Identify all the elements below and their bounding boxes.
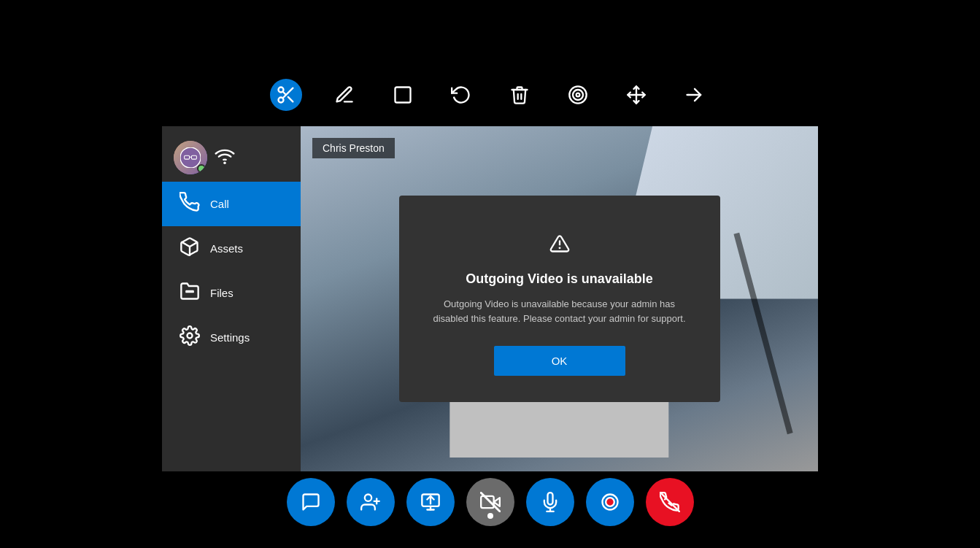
screen-share-button[interactable] xyxy=(406,478,455,526)
chat-button[interactable] xyxy=(287,478,335,526)
main-container: Call Assets Files xyxy=(162,126,818,471)
bottom-controls xyxy=(287,478,694,526)
svg-point-7 xyxy=(573,90,583,100)
svg-point-23 xyxy=(364,495,371,501)
sidebar-settings-label: Settings xyxy=(210,331,250,344)
sidebar-item-assets[interactable]: Assets xyxy=(162,226,301,271)
dialog-message: Outgoing Video is unavailable because yo… xyxy=(425,297,694,325)
online-status-dot xyxy=(197,164,206,173)
sidebar-call-label: Call xyxy=(210,198,229,210)
delete-tool-button[interactable] xyxy=(503,79,536,111)
top-toolbar xyxy=(270,79,711,111)
sidebar: Call Assets Files xyxy=(162,126,301,471)
settings-icon xyxy=(180,325,200,350)
assets-icon xyxy=(180,236,200,261)
svg-point-36 xyxy=(606,498,614,506)
wifi-icon xyxy=(215,146,235,170)
sidebar-item-files[interactable]: Files xyxy=(162,271,301,315)
move-tool-button[interactable] xyxy=(620,79,652,111)
video-area: Chris Preston Outgoing Video is unavaila… xyxy=(301,126,818,471)
undo-tool-button[interactable] xyxy=(445,79,477,111)
svg-point-20 xyxy=(188,333,193,339)
video-off-button[interactable] xyxy=(466,478,514,526)
end-call-button[interactable] xyxy=(646,478,694,526)
sidebar-item-settings[interactable]: Settings xyxy=(162,315,301,360)
call-icon xyxy=(180,192,200,216)
record-button[interactable] xyxy=(586,478,634,526)
sidebar-assets-label: Assets xyxy=(210,242,243,255)
avatar xyxy=(174,141,207,174)
dialog-title: Outgoing Video is unavailable xyxy=(466,271,653,287)
svg-line-3 xyxy=(288,97,292,101)
pin-tool-button[interactable] xyxy=(679,79,711,111)
avatar-area xyxy=(162,134,301,182)
dialog-box: Outgoing Video is unavailable Outgoing V… xyxy=(399,196,720,402)
dialog-ok-button[interactable]: OK xyxy=(494,346,625,376)
pen-tool-button[interactable] xyxy=(328,79,360,111)
add-participant-button[interactable] xyxy=(347,478,395,526)
sidebar-item-call[interactable]: Call xyxy=(162,182,301,226)
svg-point-8 xyxy=(576,93,579,97)
svg-rect-19 xyxy=(186,291,193,292)
target-tool-button[interactable] xyxy=(562,79,594,111)
microphone-button[interactable] xyxy=(526,478,574,526)
svg-line-4 xyxy=(282,91,286,95)
scissors-tool-button[interactable] xyxy=(270,79,302,111)
stop-tool-button[interactable] xyxy=(387,79,419,111)
svg-rect-5 xyxy=(395,88,410,103)
files-icon xyxy=(180,281,200,305)
dialog-overlay: Outgoing Video is unavailable Outgoing V… xyxy=(301,126,818,471)
warning-icon xyxy=(549,225,570,260)
sidebar-files-label: Files xyxy=(210,287,234,299)
